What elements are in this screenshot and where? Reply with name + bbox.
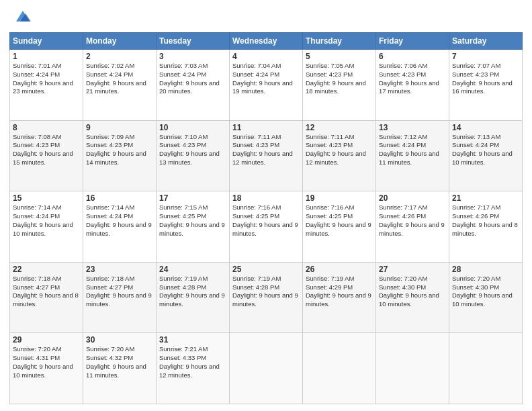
day-cell: 31Sunrise: 7:21 AMSunset: 4:33 PMDayligh… (157, 333, 230, 404)
day-info: Sunrise: 7:17 AMSunset: 4:26 PMDaylight:… (379, 203, 446, 238)
day-number: 19 (306, 193, 373, 203)
day-number: 20 (379, 193, 446, 203)
day-number: 15 (13, 193, 80, 203)
day-number: 31 (159, 335, 226, 345)
day-info: Sunrise: 7:14 AMSunset: 4:24 PMDaylight:… (13, 203, 80, 238)
day-info: Sunrise: 7:10 AMSunset: 4:23 PMDaylight:… (159, 133, 226, 167)
day-info: Sunrise: 7:16 AMSunset: 4:25 PMDaylight:… (306, 203, 373, 238)
header (9, 8, 523, 27)
col-thursday: Thursday (303, 33, 376, 50)
day-info: Sunrise: 7:20 AMSunset: 4:31 PMDaylight:… (13, 345, 80, 379)
day-info: Sunrise: 7:02 AMSunset: 4:24 PMDaylight:… (86, 62, 153, 96)
day-cell: 21Sunrise: 7:17 AMSunset: 4:26 PMDayligh… (449, 191, 523, 263)
col-friday: Friday (376, 33, 449, 50)
day-cell: 25Sunrise: 7:19 AMSunset: 4:28 PMDayligh… (230, 262, 303, 333)
day-cell: 11Sunrise: 7:11 AMSunset: 4:23 PMDayligh… (230, 120, 303, 191)
day-cell: 12Sunrise: 7:11 AMSunset: 4:23 PMDayligh… (303, 120, 376, 191)
col-sunday: Sunday (10, 33, 83, 50)
day-number: 23 (86, 265, 153, 274)
day-number: 16 (86, 193, 153, 203)
day-info: Sunrise: 7:18 AMSunset: 4:27 PMDaylight:… (86, 275, 153, 309)
day-number: 24 (159, 265, 226, 274)
day-cell: 15Sunrise: 7:14 AMSunset: 4:24 PMDayligh… (10, 191, 83, 263)
day-cell: 17Sunrise: 7:15 AMSunset: 4:25 PMDayligh… (157, 191, 230, 263)
day-info: Sunrise: 7:19 AMSunset: 4:28 PMDaylight:… (232, 275, 300, 309)
day-info: Sunrise: 7:20 AMSunset: 4:30 PMDaylight:… (379, 275, 446, 309)
week-row-2: 8Sunrise: 7:08 AMSunset: 4:23 PMDaylight… (10, 120, 523, 191)
day-number: 22 (13, 265, 80, 274)
day-info: Sunrise: 7:07 AMSunset: 4:23 PMDaylight:… (452, 62, 519, 96)
day-number: 3 (159, 52, 226, 61)
day-cell: 2Sunrise: 7:02 AMSunset: 4:24 PMDaylight… (83, 50, 157, 121)
calendar-body: 1Sunrise: 7:01 AMSunset: 4:24 PMDaylight… (10, 50, 523, 404)
col-wednesday: Wednesday (230, 33, 303, 50)
week-row-1: 1Sunrise: 7:01 AMSunset: 4:24 PMDaylight… (10, 50, 523, 121)
header-row: Sunday Monday Tuesday Wednesday Thursday… (10, 33, 523, 50)
day-info: Sunrise: 7:12 AMSunset: 4:24 PMDaylight:… (379, 133, 446, 167)
day-number: 21 (452, 193, 519, 203)
day-info: Sunrise: 7:04 AMSunset: 4:24 PMDaylight:… (232, 62, 300, 96)
day-number: 30 (86, 335, 153, 345)
day-info: Sunrise: 7:16 AMSunset: 4:25 PMDaylight:… (232, 203, 300, 238)
day-cell: 18Sunrise: 7:16 AMSunset: 4:25 PMDayligh… (230, 191, 303, 263)
day-number: 11 (232, 123, 300, 132)
day-number: 18 (232, 193, 300, 203)
day-cell: 5Sunrise: 7:05 AMSunset: 4:23 PMDaylight… (303, 50, 376, 121)
day-cell: 7Sunrise: 7:07 AMSunset: 4:23 PMDaylight… (449, 50, 523, 121)
day-info: Sunrise: 7:01 AMSunset: 4:24 PMDaylight:… (13, 62, 80, 96)
day-number: 12 (306, 123, 373, 132)
day-cell: 20Sunrise: 7:17 AMSunset: 4:26 PMDayligh… (376, 191, 449, 263)
day-number: 6 (379, 52, 446, 61)
calendar-table: Sunday Monday Tuesday Wednesday Thursday… (9, 32, 523, 404)
day-number: 9 (86, 123, 153, 132)
week-row-3: 15Sunrise: 7:14 AMSunset: 4:24 PMDayligh… (10, 191, 523, 263)
day-info: Sunrise: 7:20 AMSunset: 4:32 PMDaylight:… (86, 345, 153, 379)
day-cell: 9Sunrise: 7:09 AMSunset: 4:23 PMDaylight… (83, 120, 157, 191)
day-number: 25 (232, 265, 300, 274)
day-info: Sunrise: 7:15 AMSunset: 4:25 PMDaylight:… (159, 203, 226, 238)
day-info: Sunrise: 7:06 AMSunset: 4:23 PMDaylight:… (379, 62, 446, 96)
day-cell: 19Sunrise: 7:16 AMSunset: 4:25 PMDayligh… (303, 191, 376, 263)
day-number: 1 (13, 52, 80, 61)
day-number: 13 (379, 123, 446, 132)
day-number: 17 (159, 193, 226, 203)
day-number: 27 (379, 265, 446, 274)
day-cell: 3Sunrise: 7:03 AMSunset: 4:24 PMDaylight… (157, 50, 230, 121)
day-cell: 13Sunrise: 7:12 AMSunset: 4:24 PMDayligh… (376, 120, 449, 191)
day-info: Sunrise: 7:20 AMSunset: 4:30 PMDaylight:… (452, 275, 519, 309)
day-cell (303, 333, 376, 404)
day-cell: 22Sunrise: 7:18 AMSunset: 4:27 PMDayligh… (10, 262, 83, 333)
day-number: 2 (86, 52, 153, 61)
day-cell: 10Sunrise: 7:10 AMSunset: 4:23 PMDayligh… (157, 120, 230, 191)
day-info: Sunrise: 7:13 AMSunset: 4:24 PMDaylight:… (452, 133, 519, 167)
page: Sunday Monday Tuesday Wednesday Thursday… (0, 0, 532, 411)
day-info: Sunrise: 7:09 AMSunset: 4:23 PMDaylight:… (86, 133, 153, 167)
logo (9, 8, 31, 27)
day-info: Sunrise: 7:19 AMSunset: 4:29 PMDaylight:… (306, 275, 373, 309)
day-cell (230, 333, 303, 404)
day-number: 4 (232, 52, 300, 61)
day-info: Sunrise: 7:03 AMSunset: 4:24 PMDaylight:… (159, 62, 226, 96)
day-number: 5 (306, 52, 373, 61)
day-info: Sunrise: 7:08 AMSunset: 4:23 PMDaylight:… (13, 133, 80, 167)
day-cell: 14Sunrise: 7:13 AMSunset: 4:24 PMDayligh… (449, 120, 523, 191)
day-cell: 1Sunrise: 7:01 AMSunset: 4:24 PMDaylight… (10, 50, 83, 121)
day-cell: 30Sunrise: 7:20 AMSunset: 4:32 PMDayligh… (83, 333, 157, 404)
day-number: 28 (452, 265, 519, 274)
day-cell: 8Sunrise: 7:08 AMSunset: 4:23 PMDaylight… (10, 120, 83, 191)
day-info: Sunrise: 7:19 AMSunset: 4:28 PMDaylight:… (159, 275, 226, 309)
col-saturday: Saturday (449, 33, 523, 50)
logo-icon (11, 8, 31, 27)
day-info: Sunrise: 7:18 AMSunset: 4:27 PMDaylight:… (13, 275, 80, 309)
day-number: 10 (159, 123, 226, 132)
day-cell: 29Sunrise: 7:20 AMSunset: 4:31 PMDayligh… (10, 333, 83, 404)
day-cell: 4Sunrise: 7:04 AMSunset: 4:24 PMDaylight… (230, 50, 303, 121)
day-number: 8 (13, 123, 80, 132)
day-cell: 24Sunrise: 7:19 AMSunset: 4:28 PMDayligh… (157, 262, 230, 333)
day-number: 29 (13, 335, 80, 345)
day-number: 7 (452, 52, 519, 61)
day-number: 26 (306, 265, 373, 274)
day-cell: 16Sunrise: 7:14 AMSunset: 4:24 PMDayligh… (83, 191, 157, 263)
day-number: 14 (452, 123, 519, 132)
day-cell: 28Sunrise: 7:20 AMSunset: 4:30 PMDayligh… (449, 262, 523, 333)
